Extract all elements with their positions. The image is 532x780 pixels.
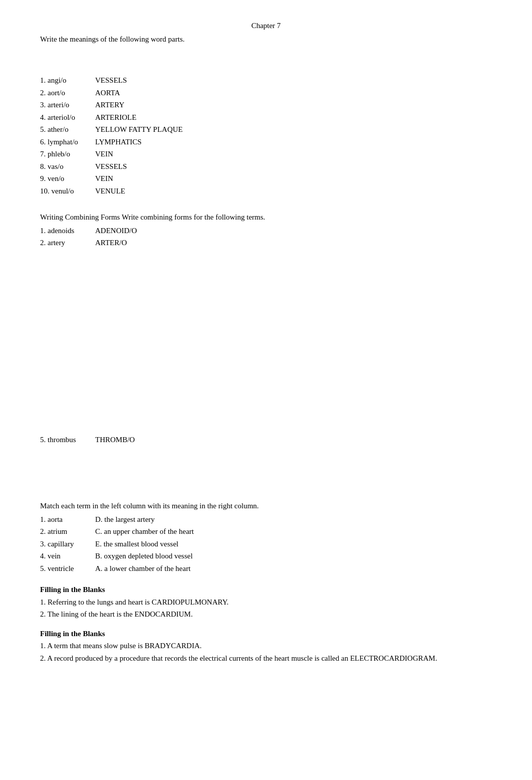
- fill-blank-2-item-2: 2. A record produced by a procedure that…: [40, 653, 492, 664]
- word-part-term: 1. angi/o: [40, 75, 95, 86]
- cf-answer: ARTER/O: [95, 237, 127, 249]
- match-instruction: Match each term in the left column with …: [40, 500, 492, 512]
- chapter-title: Chapter 7: [40, 20, 492, 32]
- word-part-meaning: ARTERIOLE: [95, 112, 136, 123]
- word-part-term: 10. venul/o: [40, 185, 95, 197]
- word-parts-item-3: 3. arteri/oARTERY: [40, 99, 492, 111]
- cf-term: 1. adenoids: [40, 225, 95, 237]
- match-section: Match each term in the left column with …: [40, 500, 492, 574]
- word-part-meaning: AORTA: [95, 87, 120, 99]
- word-part-term: 8. vas/o: [40, 161, 95, 172]
- match-term: 2. atrium: [40, 526, 95, 537]
- word-parts-list: 1. angi/oVESSELS2. aort/oAORTA3. arteri/…: [40, 75, 492, 197]
- word-part-meaning: LYMPHATICS: [95, 136, 142, 148]
- fill-blank-1-item-2: 2. The lining of the heart is the ENDOCA…: [40, 609, 492, 620]
- thrombus-term: 5. thrombus: [40, 434, 95, 446]
- match-item-4: 4. veinB. oxygen depleted blood vessel: [40, 550, 492, 562]
- word-parts-item-6: 6. lymphat/oLYMPHATICS: [40, 136, 492, 148]
- match-definition: E. the smallest blood vessel: [95, 538, 178, 550]
- match-term: 4. vein: [40, 550, 95, 562]
- word-part-term: 5. ather/o: [40, 124, 95, 135]
- fill-blanks-2: Filling in the Blanks1. A term that mean…: [40, 628, 492, 664]
- word-part-meaning: YELLOW FATTY PLAQUE: [95, 124, 183, 135]
- combining-form-item-2: 2. arteryARTER/O: [40, 237, 492, 249]
- word-part-term: 7. phleb/o: [40, 148, 95, 160]
- match-item-5: 5. ventricleA. a lower chamber of the he…: [40, 563, 492, 574]
- word-part-meaning: ARTERY: [95, 99, 124, 111]
- match-term: 1. aorta: [40, 514, 95, 525]
- word-parts-item-10: 10. venul/oVENULE: [40, 185, 492, 197]
- word-part-meaning: VESSELS: [95, 161, 127, 172]
- thrombus-answer: THROMB/O: [95, 434, 135, 446]
- match-term: 3. capillary: [40, 538, 95, 550]
- fill-blanks-1: Filling in the Blanks1. Referring to the…: [40, 584, 492, 620]
- word-part-term: 3. arteri/o: [40, 99, 95, 111]
- thrombus-row: 5. thrombus THROMB/O: [40, 434, 492, 446]
- word-parts-item-2: 2. aort/oAORTA: [40, 87, 492, 99]
- match-definition: B. oxygen depleted blood vessel: [95, 550, 193, 562]
- word-part-term: 6. lymphat/o: [40, 136, 95, 148]
- word-parts-item-4: 4. arteriol/oARTERIOLE: [40, 112, 492, 123]
- match-item-1: 1. aortaD. the largest artery: [40, 514, 492, 525]
- combining-form-item-1: 1. adenoidsADENOID/O: [40, 225, 492, 237]
- cf-answer: ADENOID/O: [95, 225, 137, 237]
- combining-forms-section: Writing Combining Forms Write combining …: [40, 212, 492, 249]
- cf-term: 2. artery: [40, 237, 95, 249]
- match-item-3: 3. capillaryE. the smallest blood vessel: [40, 538, 492, 550]
- word-parts-item-9: 9. ven/oVEIN: [40, 173, 492, 184]
- word-part-meaning: VEIN: [95, 173, 113, 184]
- word-part-meaning: VESSELS: [95, 75, 127, 86]
- match-definition: D. the largest artery: [95, 514, 155, 525]
- word-parts-item-8: 8. vas/oVESSELS: [40, 161, 492, 172]
- match-definition: A. a lower chamber of the heart: [95, 563, 190, 574]
- fill-blank-2-item-1: 1. A term that means slow pulse is BRADY…: [40, 640, 492, 652]
- section-instruction: Write the meanings of the following word…: [40, 34, 492, 45]
- match-term: 5. ventricle: [40, 563, 95, 574]
- word-part-meaning: VEIN: [95, 148, 113, 160]
- match-definition: C. an upper chamber of the heart: [95, 526, 194, 537]
- word-part-meaning: VENULE: [95, 185, 125, 197]
- fill-blank-1-item-1: 1. Referring to the lungs and heart is C…: [40, 597, 492, 608]
- word-parts-item-7: 7. phleb/oVEIN: [40, 148, 492, 160]
- word-parts-item-1: 1. angi/oVESSELS: [40, 75, 492, 86]
- fill-blanks-2-heading: Filling in the Blanks: [40, 628, 492, 640]
- word-part-term: 9. ven/o: [40, 173, 95, 184]
- word-part-term: 2. aort/o: [40, 87, 95, 99]
- word-parts-item-5: 5. ather/oYELLOW FATTY PLAQUE: [40, 124, 492, 135]
- match-item-2: 2. atriumC. an upper chamber of the hear…: [40, 526, 492, 537]
- fill-blanks-1-heading: Filling in the Blanks: [40, 584, 492, 596]
- combining-forms-instruction: Writing Combining Forms Write combining …: [40, 212, 492, 223]
- word-part-term: 4. arteriol/o: [40, 112, 95, 123]
